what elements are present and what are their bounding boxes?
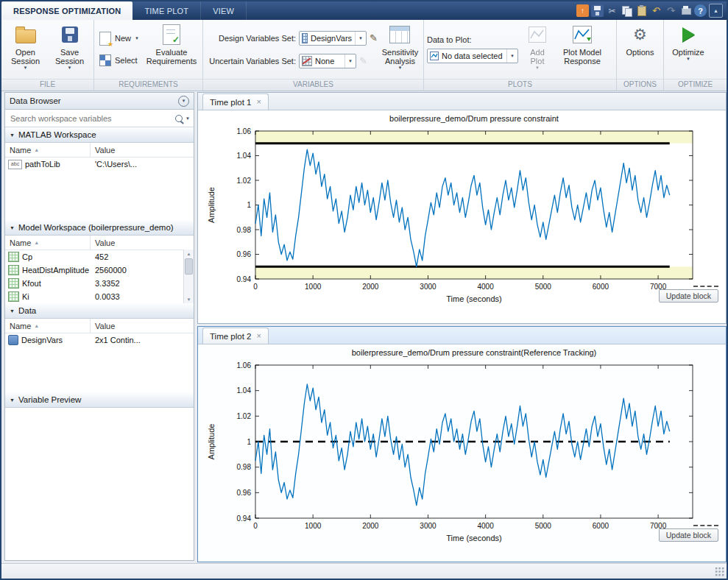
update-block-button[interactable]: Update block	[659, 528, 718, 542]
plot-model-response-icon	[573, 26, 592, 43]
tab-view[interactable]: VIEW	[201, 1, 247, 20]
variable-preview-header[interactable]: ▼ Variable Preview	[5, 392, 194, 408]
matlab-workspace-table: Name▲ Value abcpathToLib'C:\Users\...	[5, 143, 194, 220]
variable-name: Cp	[22, 252, 32, 261]
svg-text:boilerpressure_demo/Drum press: boilerpressure_demo/Drum pressure constr…	[351, 348, 596, 357]
close-tab-icon[interactable]: ×	[256, 332, 261, 340]
save-icon[interactable]	[591, 4, 604, 17]
plot-data-icon	[430, 52, 439, 60]
save-session-button[interactable]: SaveSession ▼	[49, 21, 91, 77]
svg-text:0: 0	[253, 522, 258, 530]
uncertain-variables-set-combo[interactable]: None ▼	[299, 54, 356, 68]
svg-text:boilerpressure_demo/Drum press: boilerpressure_demo/Drum pressure constr…	[389, 114, 559, 123]
optimize-button[interactable]: Optimize ▼	[667, 21, 710, 77]
resize-grip[interactable]	[715, 567, 724, 576]
table-row[interactable]: Ki0.0033	[5, 290, 194, 303]
scroll-up-icon[interactable]: ▲	[187, 250, 191, 258]
variable-name: DesignVars	[21, 336, 63, 344]
edit-design-variables-icon[interactable]: ✎	[370, 32, 378, 43]
update-block-button[interactable]: Update block	[659, 289, 718, 303]
tab-time-plot[interactable]: TIME PLOT	[132, 1, 201, 20]
model-workspace-header[interactable]: ▼ Model Workspace (boilerpressure_demo)	[5, 220, 194, 236]
tab-response-optimization[interactable]: RESPONSE OPTIMIZATION	[1, 1, 132, 20]
svg-text:0.94: 0.94	[236, 275, 251, 283]
variable-set-none-icon	[302, 56, 312, 66]
svg-text:Amplitude: Amplitude	[207, 187, 216, 223]
sensitivity-analysis-button[interactable]: SensitivityAnalysis ▼	[380, 21, 420, 77]
variable-name: pathToLib	[25, 160, 60, 169]
dropdown-caret-icon: ▼	[535, 66, 540, 70]
app-window: RESPONSE OPTIMIZATION TIME PLOT VIEW ↑ ✂…	[0, 0, 728, 580]
variable-name: HeatDistAmplitude	[22, 266, 89, 275]
undo-icon[interactable]: ↶	[650, 4, 662, 17]
plot-model-response-button[interactable]: Plot ModelResponse	[556, 21, 608, 77]
new-document-icon: ★	[99, 32, 111, 46]
section-label-variables: VARIABLES	[203, 79, 423, 91]
collapse-panel-icon[interactable]: ▾	[178, 96, 189, 107]
model-workspace-table: Name▲ Value Cp452HeatDistAmplitude256000…	[5, 236, 194, 303]
svg-text:1.04: 1.04	[236, 152, 251, 160]
evaluate-requirements-icon: ✓	[163, 24, 180, 45]
dropdown-caret-icon: ▼	[68, 66, 72, 70]
dropdown-caret-icon: ▼	[358, 36, 363, 40]
svg-text:6000: 6000	[592, 522, 609, 530]
options-button[interactable]: ⚙ Options	[620, 21, 660, 77]
print-icon[interactable]	[679, 4, 692, 17]
open-folder-icon	[15, 29, 36, 43]
data-browser-title: Data Browser	[10, 96, 61, 105]
variable-name: Kfout	[22, 279, 41, 288]
dropdown-caret-icon: ▼	[135, 36, 139, 40]
evaluate-requirements-button[interactable]: ✓ EvaluateRequirements	[144, 21, 199, 77]
tab-time-plot-1[interactable]: Time plot 1 ×	[202, 93, 269, 110]
data-to-plot-combo[interactable]: No data selected ▼	[427, 49, 518, 63]
tab-time-plot-2[interactable]: Time plot 2 ×	[202, 328, 269, 344]
svg-text:1.06: 1.06	[236, 361, 251, 369]
close-tab-icon[interactable]: ×	[256, 98, 261, 106]
design-variables-set-combo[interactable]: DesignVars ▼	[299, 31, 367, 46]
svg-text:Time (seconds): Time (seconds)	[446, 294, 501, 303]
scroll-down-icon[interactable]: ▼	[187, 295, 191, 303]
table-header[interactable]: Name▲ Value	[5, 236, 194, 250]
paste-icon[interactable]	[635, 4, 648, 17]
matlab-workspace-header[interactable]: ▼ MATLAB Workspace	[5, 127, 194, 143]
edit-uncertain-variables-icon: ✎	[359, 55, 367, 66]
search-icon[interactable]	[175, 115, 183, 122]
uncertain-variables-set-label: Uncertain Variables Set:	[206, 57, 296, 66]
cut-icon[interactable]: ✂	[606, 4, 618, 17]
scrollbar-thumb[interactable]	[185, 258, 193, 275]
section-label-optimize: OPTIMIZE	[664, 79, 727, 91]
svg-text:0.96: 0.96	[236, 250, 251, 258]
add-plot-icon	[529, 26, 546, 43]
table-row[interactable]: Cp452	[5, 250, 194, 264]
section-options: ⚙ Options OPTIONS	[617, 20, 664, 91]
section-file: OpenSession ▼ SaveSession ▼ FILE	[1, 20, 94, 91]
svg-text:Amplitude: Amplitude	[207, 424, 216, 460]
copy-icon[interactable]	[621, 4, 633, 17]
table-header[interactable]: Name▲ Value	[5, 319, 194, 333]
data-section-header[interactable]: ▼ Data	[5, 303, 194, 319]
dropdown-caret-icon: ▼	[686, 57, 690, 61]
svg-text:0: 0	[253, 283, 258, 291]
data-table: Name▲ Value DesignVars2x1 Contin...	[5, 319, 194, 392]
dropdown-caret-icon: ▼	[510, 54, 515, 58]
search-options-caret-icon[interactable]: ▼	[185, 116, 190, 121]
table-row[interactable]: Kfout3.3352	[5, 277, 194, 290]
new-requirement-button[interactable]: ★ New ▼	[97, 30, 141, 46]
scrollbar[interactable]: ▲ ▼	[183, 250, 194, 303]
select-requirement-button[interactable]: Select	[97, 52, 141, 68]
svg-text:2000: 2000	[362, 283, 379, 291]
table-header[interactable]: Name▲ Value	[5, 143, 194, 158]
open-session-button[interactable]: OpenSession ▼	[4, 21, 46, 77]
quick-access-toolbar: ↑ ✂ ↶ ↷ ? ▲	[576, 4, 723, 18]
help-icon[interactable]: ?	[694, 4, 707, 17]
minimize-toolstrip-icon[interactable]: ▲	[709, 4, 723, 18]
data-to-plot-label: Data to Plot:	[427, 35, 472, 44]
publish-icon[interactable]: ↑	[576, 4, 589, 17]
table-row[interactable]: HeatDistAmplitude2560000	[5, 264, 194, 277]
redo-icon[interactable]: ↷	[665, 4, 677, 17]
search-input[interactable]	[9, 113, 172, 124]
table-row[interactable]: DesignVars2x1 Contin...	[5, 333, 194, 347]
table-row[interactable]: abcpathToLib'C:\Users\...	[5, 158, 194, 171]
svg-text:1.06: 1.06	[236, 127, 251, 135]
svg-text:1.04: 1.04	[236, 386, 251, 395]
